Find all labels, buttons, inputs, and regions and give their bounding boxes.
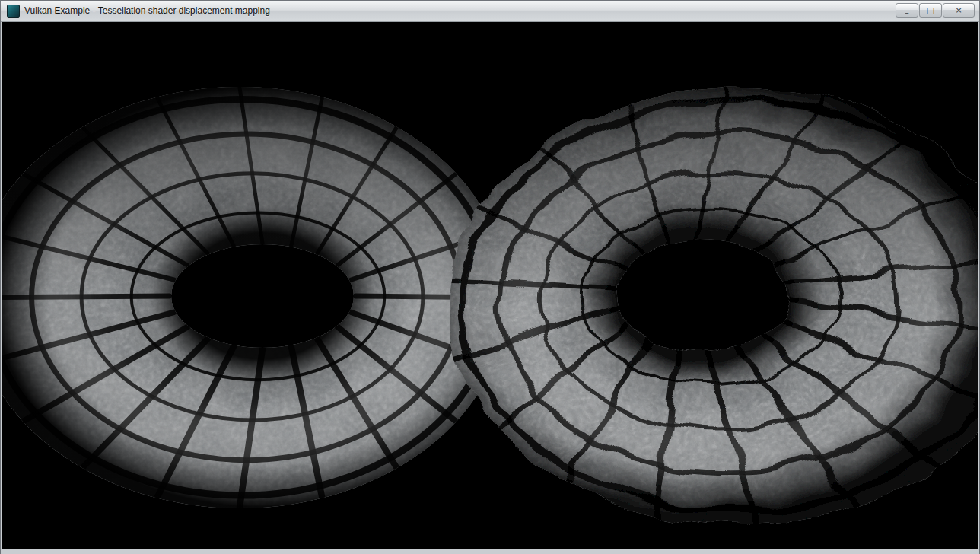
close-icon: × — [955, 5, 962, 15]
maximize-button[interactable]: □ — [919, 3, 942, 18]
app-window: Vulkan Example - Tessellation shader dis… — [0, 0, 980, 554]
vulkan-app-icon — [7, 5, 20, 18]
minimize-button[interactable]: – — [896, 3, 918, 18]
maximize-icon: □ — [927, 5, 934, 15]
render-viewport[interactable] — [2, 22, 978, 549]
window-title: Vulkan Example - Tessellation shader dis… — [24, 1, 270, 21]
window-controls: – □ × — [896, 3, 975, 18]
client-area — [1, 22, 979, 554]
close-button[interactable]: × — [943, 3, 975, 18]
titlebar[interactable]: Vulkan Example - Tessellation shader dis… — [1, 1, 979, 22]
minimize-icon: – — [905, 8, 909, 18]
